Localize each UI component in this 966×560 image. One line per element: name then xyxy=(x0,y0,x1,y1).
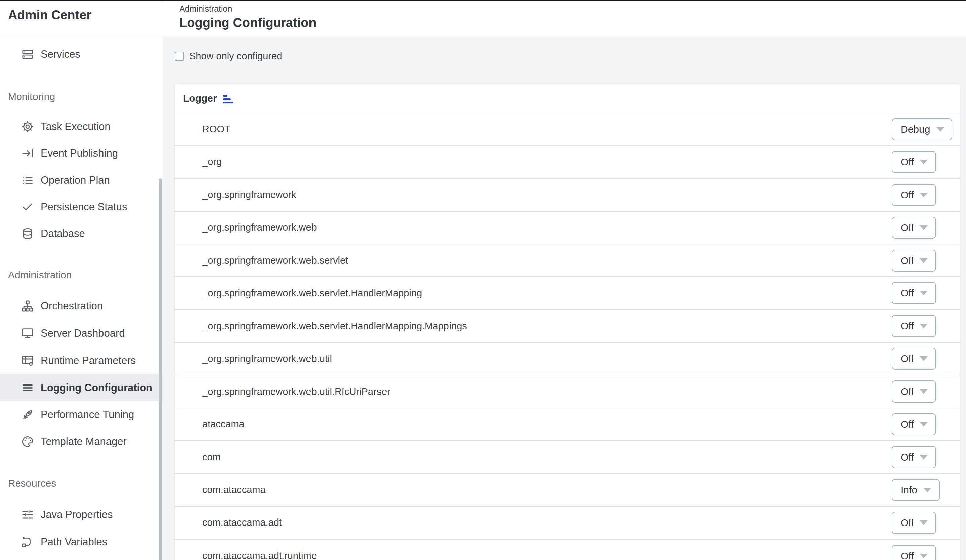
sidebar-item-java-properties[interactable]: Java Properties xyxy=(0,501,163,528)
page-content: Show only configured Logger ROOT Debug xyxy=(163,37,966,560)
log-level-value: Info xyxy=(901,484,917,496)
database-icon xyxy=(21,227,34,240)
page-title: Logging Configuration xyxy=(179,16,966,30)
sidebar: Admin Center Services Monitoring Task Ex… xyxy=(0,0,163,560)
caret-down-icon xyxy=(920,225,928,230)
app-title: Admin Center xyxy=(8,8,92,23)
sidebar-item-server-dashboard[interactable]: Server Dashboard xyxy=(0,320,163,347)
sidebar-section-administration: Administration xyxy=(8,269,149,281)
caret-down-icon xyxy=(920,455,928,460)
log-level-dropdown[interactable]: Off xyxy=(892,381,936,402)
logger-name: _org.springframework.web.util.RfcUriPars… xyxy=(202,386,390,397)
log-level-dropdown[interactable]: Off xyxy=(892,184,936,206)
log-level-dropdown[interactable]: Debug xyxy=(892,118,952,140)
sidebar-item-operation-plan[interactable]: Operation Plan xyxy=(0,167,163,194)
log-level-value: Off xyxy=(901,320,914,332)
table-row: _org.springframework.web.servlet.Handler… xyxy=(174,277,960,310)
show-only-configured-row: Show only configured xyxy=(174,51,282,62)
log-level-value: Off xyxy=(901,156,914,168)
log-level-dropdown[interactable]: Off xyxy=(892,282,936,304)
table-row: _org Off xyxy=(174,146,960,179)
gear-icon xyxy=(21,120,34,133)
log-level-dropdown[interactable]: Off xyxy=(892,512,936,534)
caret-down-icon xyxy=(920,291,928,296)
log-level-value: Debug xyxy=(901,123,930,135)
sidebar-item-label: Java Properties xyxy=(41,509,113,521)
table-row: com.ataccama.adt.runtime Off xyxy=(174,540,960,560)
menu-lines-icon xyxy=(21,381,34,394)
window-top-edge xyxy=(0,0,966,1)
page-header: Administration Logging Configuration xyxy=(163,0,966,37)
caret-down-icon xyxy=(920,258,928,263)
log-level-dropdown[interactable]: Off xyxy=(892,348,936,370)
route-icon xyxy=(21,535,34,549)
table-row: _org.springframework.web.util Off xyxy=(174,343,960,376)
sidebar-item-performance-tuning[interactable]: Performance Tuning xyxy=(0,401,163,428)
table-row: _org.springframework.web.util.RfcUriPars… xyxy=(174,376,960,408)
sidebar-item-logging-configuration[interactable]: Logging Configuration xyxy=(0,374,163,401)
sidebar-item-label: Template Manager xyxy=(41,436,127,448)
sort-ascending-icon[interactable] xyxy=(223,95,234,104)
log-level-dropdown[interactable]: Off xyxy=(892,151,936,173)
sidebar-item-event-publishing[interactable]: Event Publishing xyxy=(0,140,163,167)
log-level-dropdown[interactable]: Off xyxy=(892,446,936,468)
sidebar-item-template-manager[interactable]: Template Manager xyxy=(0,429,163,455)
table-row: com Off xyxy=(174,441,960,474)
check-icon xyxy=(21,200,34,213)
logger-name: _org.springframework.web xyxy=(202,222,317,233)
table-row: _org.springframework.web.servlet.Handler… xyxy=(174,310,960,343)
sidebar-item-label: Event Publishing xyxy=(41,147,118,159)
sidebar-item-label: Runtime Parameters xyxy=(41,355,136,367)
table-row: _org.springframework.web.servlet Off xyxy=(174,245,960,278)
sidebar-item-label: Services xyxy=(41,48,80,60)
log-level-dropdown[interactable]: Info xyxy=(892,479,940,501)
sidebar-item-label: Server Dashboard xyxy=(41,327,125,339)
sidebar-item-label: Path Variables xyxy=(41,536,107,548)
log-level-value: Off xyxy=(901,386,914,397)
caret-down-icon xyxy=(920,192,928,197)
log-level-dropdown[interactable]: Off xyxy=(892,315,936,337)
sidebar-item-label: Persistence Status xyxy=(41,201,127,213)
palette-icon xyxy=(21,435,34,448)
log-level-dropdown[interactable]: Off xyxy=(892,217,936,239)
caret-down-icon xyxy=(923,488,932,492)
rocket-icon xyxy=(21,408,34,421)
logger-name: com xyxy=(202,452,221,463)
sidebar-scrollbar-thumb[interactable] xyxy=(159,178,163,560)
logger-name: com.ataccama.adt xyxy=(202,517,282,528)
show-only-configured-checkbox[interactable] xyxy=(174,52,184,61)
sitemap-icon xyxy=(21,299,34,313)
logger-column-header: Logger xyxy=(183,93,217,104)
logger-name: ROOT xyxy=(202,123,230,135)
sidebar-item-path-variables[interactable]: Path Variables xyxy=(0,529,163,555)
sidebar-section-monitoring: Monitoring xyxy=(8,91,149,102)
main-area: Administration Logging Configuration Sho… xyxy=(163,0,966,560)
logger-name: _org.springframework.web.util xyxy=(202,353,332,365)
sidebar-item-task-execution[interactable]: Task Execution xyxy=(0,113,163,140)
checkbox-label: Show only configured xyxy=(189,51,282,62)
logger-name: _org.springframework.web.servlet.Handler… xyxy=(202,288,422,299)
table-row: ataccama Off xyxy=(174,408,960,441)
caret-down-icon xyxy=(920,356,928,361)
sidebar-item-label: Performance Tuning xyxy=(41,409,134,420)
table-gear-icon xyxy=(21,354,34,368)
log-level-dropdown[interactable]: Off xyxy=(892,413,936,435)
logger-table-header: Logger xyxy=(174,84,960,113)
log-level-value: Off xyxy=(901,255,914,266)
log-level-dropdown[interactable]: Off xyxy=(892,545,936,560)
sidebar-item-database[interactable]: Database xyxy=(0,220,163,247)
caret-down-icon xyxy=(920,324,928,328)
log-level-value: Off xyxy=(901,419,914,430)
log-level-dropdown[interactable]: Off xyxy=(892,250,936,272)
log-level-value: Off xyxy=(901,550,914,560)
table-row: ROOT Debug xyxy=(174,113,960,146)
logger-name: _org xyxy=(202,156,222,168)
log-level-value: Off xyxy=(901,517,914,529)
list-icon xyxy=(21,174,34,187)
sidebar-item-orchestration[interactable]: Orchestration xyxy=(0,293,163,320)
sidebar-item-persistence-status[interactable]: Persistence Status xyxy=(0,194,163,220)
log-level-value: Off xyxy=(901,452,914,463)
sidebar-item-runtime-parameters[interactable]: Runtime Parameters xyxy=(0,347,163,374)
sidebar-item-services[interactable]: Services xyxy=(0,41,163,68)
sidebar-item-label: Task Execution xyxy=(41,121,110,133)
